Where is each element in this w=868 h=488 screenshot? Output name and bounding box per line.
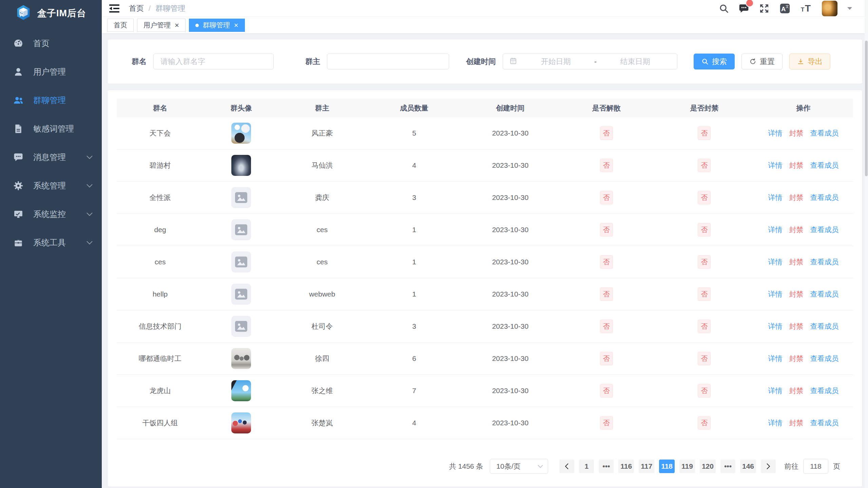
chevron-down-icon xyxy=(86,155,93,159)
ban-link[interactable]: 封禁 xyxy=(789,257,803,267)
detail-link[interactable]: 详情 xyxy=(768,418,782,428)
pagination-total: 共 1456 条 xyxy=(449,462,483,471)
fullscreen-icon[interactable] xyxy=(759,3,770,14)
logo-icon xyxy=(16,5,31,22)
page-ellipsis-button[interactable]: ••• xyxy=(599,460,614,473)
ban-link[interactable]: 封禁 xyxy=(789,289,803,299)
sidebar-item-tools[interactable]: 系统工具 xyxy=(0,228,102,257)
ban-link[interactable]: 封禁 xyxy=(789,161,803,170)
detail-link[interactable]: 详情 xyxy=(768,161,782,170)
ban-link[interactable]: 封禁 xyxy=(789,322,803,331)
page-button-146[interactable]: 146 xyxy=(740,460,756,473)
view-members-link[interactable]: 查看成员 xyxy=(810,128,838,138)
sidebar-item-messages[interactable]: 消息管理 xyxy=(0,143,102,171)
page-button-118[interactable]: 118 xyxy=(659,460,675,473)
sidebar-item-groups[interactable]: 群聊管理 xyxy=(0,86,102,115)
image-placeholder-icon xyxy=(231,219,251,240)
dissolved-cell: 否 xyxy=(558,255,655,269)
ban-link[interactable]: 封禁 xyxy=(789,386,803,395)
date-range-picker[interactable]: - xyxy=(503,54,677,69)
detail-link[interactable]: 详情 xyxy=(768,354,782,363)
table-row: degces12023-10-30否否详情封禁查看成员 xyxy=(117,214,853,246)
member-count-cell: 1 xyxy=(366,258,463,266)
sidebar-item-sensitive[interactable]: 敏感词管理 xyxy=(0,115,102,143)
page-button-1[interactable]: 1 xyxy=(579,460,594,473)
page-size-select[interactable]: 10条/页 xyxy=(490,459,548,474)
ban-link[interactable]: 封禁 xyxy=(789,128,803,138)
caret-down-icon[interactable] xyxy=(847,7,852,10)
group-name-cell: ces xyxy=(117,258,204,266)
group-owner-cell: 马仙洪 xyxy=(279,161,366,170)
ban-link[interactable]: 封禁 xyxy=(789,418,803,428)
page-button-117[interactable]: 117 xyxy=(639,460,654,473)
dissolved-cell: 否 xyxy=(558,126,655,140)
group-name-input-wrap xyxy=(153,54,274,69)
tab-users[interactable]: 用户管理× xyxy=(137,19,186,32)
detail-link[interactable]: 详情 xyxy=(768,257,782,267)
app-logo[interactable]: 盒子IM后台 xyxy=(0,0,102,26)
goto-page-input[interactable] xyxy=(803,459,828,474)
close-icon[interactable]: × xyxy=(234,22,238,29)
detail-link[interactable]: 详情 xyxy=(768,386,782,395)
scrollbar-thumb[interactable] xyxy=(865,41,868,176)
view-members-link[interactable]: 查看成员 xyxy=(810,257,838,267)
search-icon[interactable] xyxy=(719,3,729,14)
detail-link[interactable]: 详情 xyxy=(768,225,782,235)
prev-page-button[interactable] xyxy=(559,460,574,473)
banned-tag: 否 xyxy=(698,320,711,333)
view-members-link[interactable]: 查看成员 xyxy=(810,386,838,395)
view-members-link[interactable]: 查看成员 xyxy=(810,354,838,363)
search-button[interactable]: 搜索 xyxy=(694,54,735,69)
notifications-message-icon[interactable] xyxy=(738,3,749,14)
sidebar-item-label: 敏感词管理 xyxy=(33,123,93,134)
ban-link[interactable]: 封禁 xyxy=(789,193,803,202)
gear-icon xyxy=(13,180,24,191)
view-members-link[interactable]: 查看成员 xyxy=(810,418,838,428)
pagination-goto: 前往 页 xyxy=(784,459,840,474)
view-members-link[interactable]: 查看成员 xyxy=(810,193,838,202)
font-size-icon[interactable]: T T xyxy=(800,3,812,14)
dissolved-tag: 否 xyxy=(600,384,613,398)
close-icon[interactable]: × xyxy=(175,22,179,29)
sidebar-item-system[interactable]: 系统管理 xyxy=(0,171,102,200)
dissolved-tag: 否 xyxy=(600,191,613,204)
next-page-button[interactable] xyxy=(761,460,776,473)
reset-button[interactable]: 重置 xyxy=(741,54,783,69)
start-date-input[interactable] xyxy=(520,57,592,66)
detail-link[interactable]: 详情 xyxy=(768,128,782,138)
group-icon xyxy=(13,95,24,106)
export-button[interactable]: 导出 xyxy=(789,54,830,69)
page-button-116[interactable]: 116 xyxy=(618,460,634,473)
translate-icon[interactable]: A 文 xyxy=(779,3,791,14)
breadcrumb-root[interactable]: 首页 xyxy=(129,3,144,14)
sidebar-item-users[interactable]: 用户管理 xyxy=(0,58,102,86)
group-name-cell: 哪都通临时工 xyxy=(117,354,204,363)
detail-link[interactable]: 详情 xyxy=(768,322,782,331)
tab-groups[interactable]: 群聊管理× xyxy=(189,19,245,32)
group-name-cell: 全性派 xyxy=(117,193,204,202)
group-name-input[interactable] xyxy=(160,57,267,66)
page-button-119[interactable]: 119 xyxy=(679,460,695,473)
page-button-120[interactable]: 120 xyxy=(700,460,716,473)
view-members-link[interactable]: 查看成员 xyxy=(810,322,838,331)
detail-link[interactable]: 详情 xyxy=(768,193,782,202)
tab-label: 群聊管理 xyxy=(203,21,230,30)
sidebar-collapse-icon[interactable] xyxy=(109,4,119,13)
view-members-link[interactable]: 查看成员 xyxy=(810,161,838,170)
sidebar-item-monitor[interactable]: 系统监控 xyxy=(0,200,102,228)
tab-home[interactable]: 首页 xyxy=(107,19,134,32)
group-owner-input[interactable] xyxy=(333,57,443,66)
sidebar-item-home[interactable]: 首页 xyxy=(0,29,102,58)
ban-link[interactable]: 封禁 xyxy=(789,354,803,363)
view-members-link[interactable]: 查看成员 xyxy=(810,289,838,299)
dissolved-cell: 否 xyxy=(558,384,655,398)
page-scrollbar[interactable] xyxy=(865,0,868,488)
actions-cell: 详情封禁查看成员 xyxy=(754,418,853,428)
page-ellipsis-button[interactable]: ••• xyxy=(720,460,735,473)
ban-link[interactable]: 封禁 xyxy=(789,225,803,235)
view-members-link[interactable]: 查看成员 xyxy=(810,225,838,235)
member-count-cell: 6 xyxy=(366,354,463,363)
end-date-input[interactable] xyxy=(599,57,671,66)
detail-link[interactable]: 详情 xyxy=(768,289,782,299)
user-avatar[interactable] xyxy=(822,1,837,16)
